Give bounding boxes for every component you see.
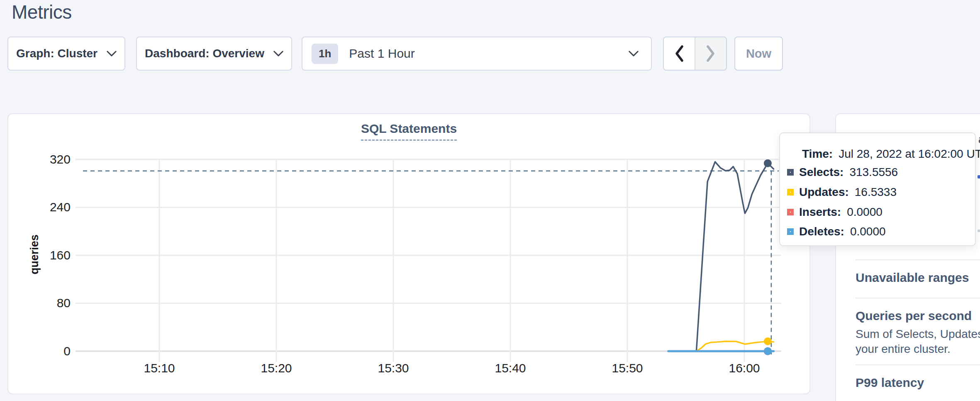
- time-range-label: Past 1 Hour: [349, 46, 414, 61]
- svg-text:240: 240: [50, 200, 71, 214]
- graph-dropdown[interactable]: Graph: Cluster: [7, 37, 125, 71]
- svg-text:80: 80: [57, 296, 71, 310]
- svg-text:15:10: 15:10: [144, 361, 175, 375]
- page-title: Metrics: [12, 1, 72, 23]
- selects-swatch-icon: [787, 169, 794, 176]
- time-range-badge: 1h: [312, 44, 338, 64]
- inserts-swatch-icon: [787, 209, 794, 215]
- sidebar-heading-queries-per-second: Queries per second: [856, 309, 972, 323]
- dashboard-dropdown[interactable]: Dashboard: Overview: [136, 37, 292, 71]
- svg-text:320: 320: [50, 152, 71, 166]
- chart-tooltip: Time:Jul 28, 2022 at 16:02:00 UTC Select…: [779, 132, 976, 246]
- prev-time-button[interactable]: [664, 37, 695, 70]
- series-value: 16.5333: [855, 186, 897, 199]
- tooltip-series-row: Deletes: 0.0000: [787, 225, 886, 238]
- now-button[interactable]: Now: [734, 37, 783, 71]
- svg-text:15:30: 15:30: [378, 361, 409, 375]
- sql-statements-chart[interactable]: 08016024032015:1015:2015:3015:4015:5016:…: [8, 114, 809, 393]
- dashboard-dropdown-label: Dashboard: Overview: [145, 47, 264, 60]
- divider: [856, 364, 980, 365]
- series-label: Inserts:: [799, 205, 841, 219]
- tooltip-time-label: Time:: [802, 147, 833, 160]
- clipped-text-fragment: a: [978, 132, 980, 146]
- series-value: 313.5556: [849, 166, 898, 179]
- sidebar-heading-unavailable-ranges: Unavailable ranges: [856, 271, 969, 285]
- series-label: Selects:: [799, 166, 843, 179]
- divider: [856, 298, 980, 298]
- svg-text:15:40: 15:40: [495, 361, 526, 375]
- series-value: 0.0000: [850, 225, 886, 238]
- chevron-down-icon: [629, 51, 639, 57]
- svg-text:queries: queries: [28, 235, 41, 274]
- time-range-picker[interactable]: 1h Past 1 Hour: [302, 37, 652, 71]
- clipped-link-fragment: [978, 175, 980, 178]
- svg-text:160: 160: [50, 248, 71, 262]
- sidebar-heading-p99-latency: P99 latency: [856, 376, 924, 390]
- sidebar-description-line: your entire cluster.: [856, 342, 951, 356]
- tooltip-time-row: Time:Jul 28, 2022 at 16:02:00 UTC: [802, 147, 980, 161]
- series-label: Updates:: [799, 186, 849, 199]
- chevron-left-icon: [674, 45, 685, 62]
- tooltip-series-row: Inserts: 0.0000: [787, 205, 882, 219]
- graph-dropdown-label: Graph: Cluster: [16, 47, 98, 60]
- deletes-swatch-icon: [787, 228, 794, 235]
- chevron-down-icon: [273, 51, 283, 57]
- chevron-right-icon: [705, 45, 716, 62]
- svg-text:15:20: 15:20: [261, 361, 292, 375]
- next-time-button[interactable]: [695, 37, 726, 70]
- chart-card: SQL Statements 08016024032015:1015:2015:…: [7, 113, 810, 394]
- svg-text:0: 0: [63, 344, 71, 358]
- updates-swatch-icon: [787, 189, 794, 196]
- tooltip-time-value: Jul 28, 2022 at 16:02:00 UTC: [839, 147, 980, 160]
- chevron-down-icon: [107, 51, 117, 57]
- clipped-fragment: [978, 230, 980, 232]
- time-pager: [663, 37, 727, 71]
- svg-text:15:50: 15:50: [612, 361, 643, 375]
- tooltip-series-row: Updates: 16.5333: [787, 186, 897, 199]
- series-label: Deletes:: [799, 225, 844, 238]
- svg-text:16:00: 16:00: [729, 361, 760, 375]
- divider: [856, 259, 980, 260]
- series-value: 0.0000: [847, 205, 882, 219]
- sidebar-description-line: Sum of Selects, Updates, Inser: [856, 328, 980, 341]
- tooltip-series-row: Selects: 313.5556: [787, 166, 898, 179]
